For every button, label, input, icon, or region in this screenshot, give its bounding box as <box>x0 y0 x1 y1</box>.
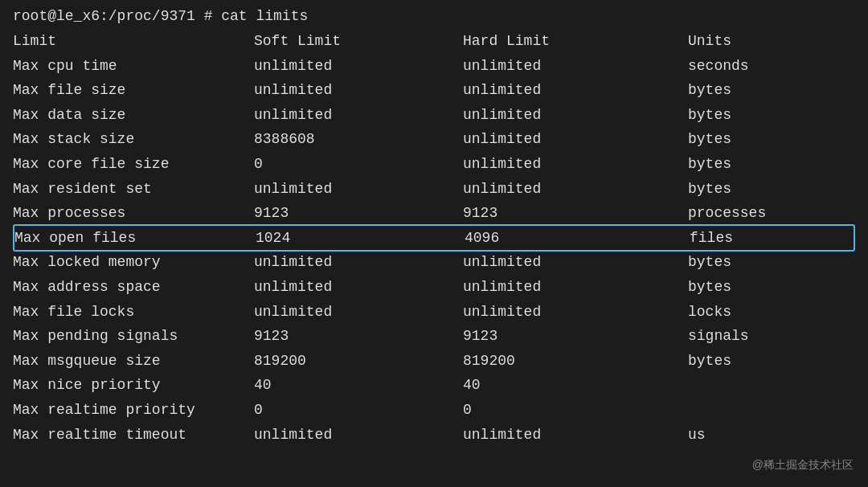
cell-hard: 4096 <box>465 226 690 251</box>
cell-units: us <box>688 423 855 448</box>
cell-hard: 9123 <box>463 201 688 226</box>
table-row: Max file locksunlimitedunlimitedlocks <box>13 300 855 325</box>
cell-limit: Max nice priority <box>13 373 254 398</box>
command-line: root@le_x6:/proc/9371 # cat limits <box>13 8 855 24</box>
table-row: Max data sizeunlimitedunlimitedbytes <box>13 103 855 128</box>
cell-limit: Max data size <box>13 103 254 128</box>
table-row: Max resident setunlimitedunlimitedbytes <box>13 177 855 202</box>
cell-limit: Max stack size <box>13 127 254 152</box>
cell-units: files <box>690 226 854 251</box>
cell-hard: unlimited <box>463 152 688 177</box>
cell-hard: 40 <box>463 373 688 398</box>
cell-limit: Max pending signals <box>13 324 254 349</box>
header-soft: Soft Limit <box>254 29 463 54</box>
cell-limit: Max processes <box>13 201 254 226</box>
cell-units <box>688 398 855 423</box>
cell-soft: unlimited <box>254 103 463 128</box>
cell-limit: Max realtime priority <box>13 398 254 423</box>
cell-soft: 0 <box>254 152 463 177</box>
cell-units: bytes <box>688 127 855 152</box>
limits-table: Limit Soft Limit Hard Limit Units Max cp… <box>13 29 855 447</box>
watermark: @稀土掘金技术社区 <box>752 458 854 473</box>
cell-limit: Max cpu time <box>13 54 254 79</box>
cell-hard: unlimited <box>463 78 688 103</box>
cell-hard: unlimited <box>463 300 688 325</box>
cell-hard: 0 <box>463 398 688 423</box>
table-row: Max msgqueue size819200819200bytes <box>13 349 855 374</box>
table-row: Max realtime priority00 <box>13 398 855 423</box>
cell-soft: 1024 <box>256 226 465 251</box>
cell-hard: unlimited <box>463 103 688 128</box>
table-row: Max stack size8388608unlimitedbytes <box>13 127 855 152</box>
cell-hard: unlimited <box>463 177 688 202</box>
cell-units: bytes <box>688 103 855 128</box>
cell-soft: unlimited <box>254 177 463 202</box>
cell-units: bytes <box>688 152 855 177</box>
cell-soft: 40 <box>254 373 463 398</box>
cell-soft: unlimited <box>254 423 463 448</box>
table-row: Max file sizeunlimitedunlimitedbytes <box>13 78 855 103</box>
cell-limit: Max locked memory <box>13 250 254 275</box>
cell-units: bytes <box>688 349 855 374</box>
cell-soft: 819200 <box>254 349 463 374</box>
header-limit: Limit <box>13 29 254 54</box>
table-row: Max pending signals91239123signals <box>13 324 855 349</box>
cell-limit: Max realtime timeout <box>13 423 254 448</box>
cell-limit: Max file size <box>13 78 254 103</box>
cell-soft: 0 <box>254 398 463 423</box>
cell-soft: 8388608 <box>254 127 463 152</box>
cell-limit: Max open files <box>14 226 256 251</box>
cell-limit: Max address space <box>13 275 254 300</box>
cell-soft: unlimited <box>254 250 463 275</box>
cell-limit: Max file locks <box>13 300 254 325</box>
header-hard: Hard Limit <box>463 29 688 54</box>
table-row: Max realtime timeoutunlimitedunlimitedus <box>13 423 855 448</box>
cell-soft: unlimited <box>254 300 463 325</box>
cell-hard: 9123 <box>463 324 688 349</box>
header-units: Units <box>688 29 855 54</box>
cell-units: seconds <box>688 54 855 79</box>
table-row: Max open files10244096files <box>13 224 855 252</box>
cell-units <box>688 373 855 398</box>
cell-units: processes <box>688 201 855 226</box>
cell-units: bytes <box>688 275 855 300</box>
cell-limit: Max core file size <box>13 152 254 177</box>
cell-units: bytes <box>688 250 855 275</box>
cell-hard: unlimited <box>463 275 688 300</box>
table-row: Max nice priority4040 <box>13 373 855 398</box>
cell-limit: Max resident set <box>13 177 254 202</box>
cell-soft: 9123 <box>254 201 463 226</box>
cell-limit: Max msgqueue size <box>13 349 254 374</box>
cell-units: bytes <box>688 78 855 103</box>
cell-hard: unlimited <box>463 250 688 275</box>
table-row: Max processes91239123processes <box>13 201 855 226</box>
cell-units: signals <box>688 324 855 349</box>
cell-hard: unlimited <box>463 127 688 152</box>
table-header: Limit Soft Limit Hard Limit Units <box>13 29 855 54</box>
cell-hard: unlimited <box>463 423 688 448</box>
table-row: Max locked memoryunlimitedunlimitedbytes <box>13 250 855 275</box>
cell-hard: unlimited <box>463 54 688 79</box>
terminal-window: root@le_x6:/proc/9371 # cat limits Limit… <box>0 0 868 487</box>
cell-units: bytes <box>688 177 855 202</box>
cell-units: locks <box>688 300 855 325</box>
cell-hard: 819200 <box>463 349 688 374</box>
cell-soft: unlimited <box>254 78 463 103</box>
table-row: Max address spaceunlimitedunlimitedbytes <box>13 275 855 300</box>
cell-soft: unlimited <box>254 275 463 300</box>
cell-soft: unlimited <box>254 54 463 79</box>
table-row: Max cpu timeunlimitedunlimitedseconds <box>13 54 855 79</box>
cell-soft: 9123 <box>254 324 463 349</box>
table-row: Max core file size0unlimitedbytes <box>13 152 855 177</box>
